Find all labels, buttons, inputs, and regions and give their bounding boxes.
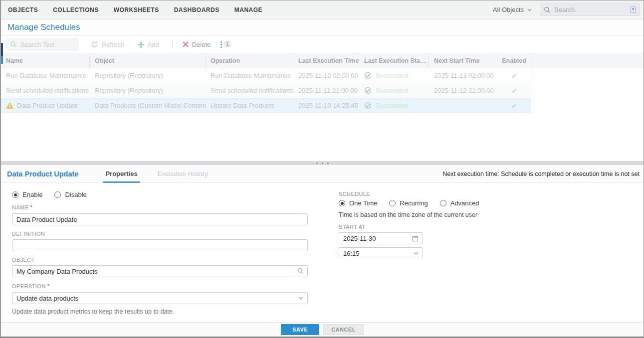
radio-icon bbox=[12, 191, 18, 198]
radio-disable[interactable]: Disable bbox=[54, 191, 86, 198]
cell-operation: Send scheduled notifications bbox=[206, 83, 293, 98]
column-header-next-start-time[interactable]: Next Start Time bbox=[429, 53, 497, 68]
panel-splitter-handle[interactable] bbox=[1, 161, 644, 165]
detail-footer: SAVE CANCEL bbox=[1, 322, 644, 337]
start-at-label: START AT bbox=[339, 224, 618, 230]
start-date-field[interactable]: 2025-11-30 bbox=[339, 232, 423, 244]
definition-field[interactable] bbox=[12, 239, 308, 251]
cell-last-execution-time: 2025-11-10 14:25:45 bbox=[293, 98, 359, 113]
search-options-icon[interactable] bbox=[631, 6, 636, 13]
column-header-object[interactable]: Object bbox=[90, 53, 206, 68]
refresh-label: Refresh bbox=[102, 41, 125, 48]
column-header-enabled[interactable]: Enabled bbox=[497, 53, 531, 68]
radio-enable-label: Enable bbox=[22, 191, 42, 198]
cell-next-start-time: 2025-11-12 21:00:00 bbox=[429, 83, 497, 98]
table-empty-area bbox=[1, 113, 644, 161]
left-edge-accent-dark bbox=[1, 43, 3, 56]
radio-advanced-label: Advanced bbox=[450, 199, 479, 207]
schedule-radio-group: One Time Recurring Advanced bbox=[339, 199, 618, 207]
detail-form: Enable Disable NAME* DEFINITION OBJECT bbox=[1, 183, 644, 322]
status-succeeded-icon bbox=[364, 72, 372, 79]
next-execution-note: Next execution time: Schedule is complet… bbox=[442, 170, 644, 177]
radio-icon bbox=[339, 200, 345, 206]
status-succeeded-icon bbox=[364, 102, 372, 109]
global-search-box[interactable] bbox=[540, 3, 640, 16]
required-marker: * bbox=[30, 204, 32, 211]
name-label: NAME* bbox=[12, 204, 308, 211]
cell-next-start-time bbox=[429, 98, 497, 113]
tab-properties[interactable]: Properties bbox=[98, 165, 144, 183]
nav-item-collections[interactable]: COLLECTIONS bbox=[53, 6, 99, 13]
top-navigation: OBJECTS COLLECTIONS WORKSHEETS DASHBOARD… bbox=[1, 0, 644, 19]
schedules-table-header: Name Object Operation Last Execution Tim… bbox=[1, 53, 644, 68]
delete-button[interactable]: Delete bbox=[183, 41, 211, 48]
cell-last-execution-status: Succeeded bbox=[359, 68, 429, 83]
table-row[interactable]: Data Product Update Data Products (Custo… bbox=[1, 98, 531, 113]
refresh-icon bbox=[91, 41, 98, 48]
detail-header: Data Product Update Properties Execution… bbox=[1, 165, 644, 183]
column-header-operation[interactable]: Operation bbox=[206, 53, 293, 68]
operation-select-value: Update data products bbox=[16, 295, 78, 302]
enabled-check-icon: ✓ bbox=[511, 86, 518, 95]
add-button[interactable]: Add bbox=[138, 41, 159, 48]
chevron-down-icon bbox=[414, 252, 419, 255]
save-button[interactable]: SAVE bbox=[281, 324, 319, 335]
start-date-value: 2025-11-30 bbox=[343, 235, 376, 242]
table-row[interactable]: Run Database Maintenance Repository (Rep… bbox=[1, 68, 531, 83]
operation-label: OPERATION* bbox=[12, 283, 308, 290]
column-header-name[interactable]: Name bbox=[1, 53, 90, 68]
add-label: Add bbox=[148, 41, 159, 48]
global-search-input[interactable] bbox=[554, 6, 627, 13]
warning-icon bbox=[6, 102, 13, 109]
nav-item-objects[interactable]: OBJECTS bbox=[8, 6, 38, 13]
nav-item-worksheets[interactable]: WORKSHEETS bbox=[114, 6, 159, 13]
start-time-select[interactable]: 16:15 bbox=[339, 247, 423, 259]
enabled-check-icon: ✓ bbox=[511, 101, 518, 110]
chevron-down-icon bbox=[527, 8, 532, 11]
detail-title: Data Product Update bbox=[1, 170, 98, 178]
cell-operation: Update Data Products bbox=[206, 98, 293, 113]
radio-advanced[interactable]: Advanced bbox=[440, 199, 479, 207]
column-header-last-execution-time[interactable]: Last Execution Time bbox=[293, 53, 359, 68]
left-edge-accent-blue bbox=[1, 56, 3, 64]
cancel-button[interactable]: CANCEL bbox=[323, 324, 364, 335]
app-window: OBJECTS COLLECTIONS WORKSHEETS DASHBOARD… bbox=[0, 0, 644, 338]
radio-one-time-label: One Time bbox=[349, 199, 377, 207]
cell-last-execution-time: 2025-11-11 21:00:00 bbox=[293, 83, 359, 98]
cell-enabled: ✓ bbox=[497, 83, 531, 98]
cell-name: Data Product Update bbox=[1, 98, 90, 113]
object-search-icon[interactable] bbox=[297, 268, 304, 274]
name-field[interactable] bbox=[12, 213, 308, 225]
radio-disable-label: Disable bbox=[65, 191, 86, 198]
refresh-button[interactable]: Refresh bbox=[91, 41, 125, 48]
nav-item-manage[interactable]: MANAGE bbox=[234, 6, 262, 13]
radio-icon bbox=[440, 200, 446, 206]
search-icon bbox=[10, 41, 17, 48]
radio-enable[interactable]: Enable bbox=[12, 191, 42, 198]
cell-object: Data Products (Custom Model Content) bbox=[90, 98, 206, 113]
cell-operation: Run Database Maintenance bbox=[206, 68, 293, 83]
radio-recurring[interactable]: Recurring bbox=[389, 199, 428, 207]
radio-one-time[interactable]: One Time bbox=[339, 199, 377, 207]
schedules-toolbar: Refresh Add Delete 1 bbox=[1, 36, 644, 53]
form-right-column: SCHEDULE One Time Recurring Advanced bbox=[339, 191, 618, 259]
scope-selector[interactable]: All Objects bbox=[493, 6, 532, 13]
object-field[interactable] bbox=[12, 265, 308, 277]
cell-name: Run Database Maintenance bbox=[1, 68, 90, 83]
nav-item-dashboards[interactable]: DASHBOARDS bbox=[174, 6, 219, 13]
radio-recurring-label: Recurring bbox=[400, 199, 428, 207]
column-header-last-execution-status[interactable]: Last Execution Sta… bbox=[359, 53, 429, 68]
operation-select[interactable]: Update data products bbox=[12, 292, 308, 304]
column-header-filler bbox=[531, 53, 644, 68]
cell-enabled: ✓ bbox=[497, 68, 531, 83]
state-radio-group: Enable Disable bbox=[12, 191, 308, 198]
schedule-label: SCHEDULE bbox=[339, 191, 618, 197]
object-label: OBJECT bbox=[12, 257, 308, 263]
more-actions-button[interactable]: 1 bbox=[220, 41, 231, 48]
cell-object: Repository (Repository) bbox=[90, 68, 206, 83]
filter-search-input[interactable] bbox=[20, 41, 75, 48]
filter-search-box[interactable] bbox=[6, 38, 79, 51]
tab-execution-history[interactable]: Execution History bbox=[151, 165, 215, 183]
schedule-detail-panel: Data Product Update Properties Execution… bbox=[1, 165, 644, 337]
table-row[interactable]: Send scheduled notifications Repository … bbox=[1, 83, 531, 98]
